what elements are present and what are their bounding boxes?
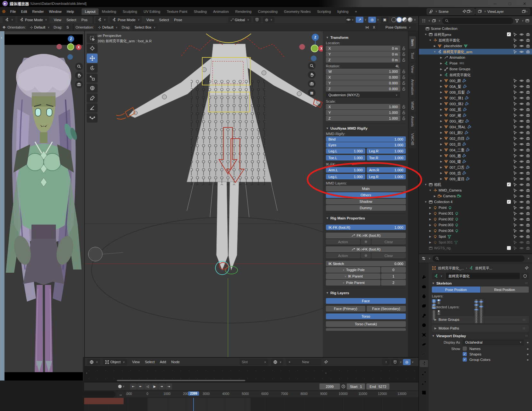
transport-button[interactable]: ▶ [151, 383, 158, 390]
proportional-edit-dropdown[interactable]: ◎∨ [263, 17, 275, 23]
hide-eye-icon[interactable] [519, 142, 524, 146]
rotation-field[interactable]: Z0.000 [326, 86, 400, 91]
workspace-tab[interactable]: + [352, 8, 360, 15]
maximize-button[interactable]: □ [502, 0, 517, 7]
mirror-icon[interactable]: ⋈ [365, 25, 369, 30]
object-type-icon[interactable] [444, 131, 448, 135]
object-type-icon[interactable] [444, 148, 448, 152]
insert-keyframe-icon[interactable]: ↑ [382, 359, 390, 365]
layer-toggle[interactable] [437, 303, 441, 304]
object-type-icon[interactable] [433, 235, 437, 239]
collapsed-panel-header[interactable]: ▶Motion Paths [432, 325, 529, 332]
data-badge-icon[interactable] [455, 229, 459, 233]
hide-eye-icon[interactable] [519, 38, 524, 42]
select-arrow-icon[interactable] [513, 102, 517, 106]
hide-eye-icon[interactable] [519, 90, 524, 94]
workspace-tab[interactable]: Texture Paint [163, 8, 190, 15]
object-type-icon[interactable] [444, 107, 448, 112]
disable-render-camera-icon[interactable] [526, 200, 530, 204]
object-type-icon[interactable] [444, 142, 448, 146]
outliner-row[interactable]: ▶ Spot.001 [419, 239, 532, 245]
select-box-tool[interactable] [87, 34, 98, 43]
mmd-slider[interactable]: Toe.L1.000 [326, 155, 365, 160]
select-arrow-icon[interactable] [513, 44, 517, 48]
viewlayer-selector[interactable]: ∨ ViewLayer × [475, 8, 530, 15]
viewport-menu-item[interactable]: Select [64, 17, 79, 23]
mmd-layer-button[interactable]: Shadow [326, 199, 406, 204]
cursor-tool[interactable] [87, 44, 98, 53]
workspace-tab[interactable]: Scripting [314, 8, 334, 15]
hide-eye-icon[interactable] [519, 177, 524, 181]
properties-tab[interactable] [420, 312, 428, 319]
select-arrow-icon[interactable] [513, 136, 517, 141]
hide-eye-icon[interactable] [519, 188, 524, 193]
data-badge-icon[interactable] [455, 223, 459, 227]
modifier-wrench-icon[interactable] [466, 90, 470, 94]
object-type-icon[interactable] [444, 119, 448, 123]
pin-icon[interactable] [324, 360, 328, 364]
outliner-row[interactable]: ▼ 相机 ✓ [419, 182, 532, 187]
autokey-toggle[interactable]: ∨ [118, 385, 125, 388]
new-material-button[interactable]: +New [286, 359, 321, 365]
transport-button[interactable]: ⇥ [165, 383, 172, 390]
rotation-field[interactable]: Y0.000 [326, 80, 400, 86]
left-gizmo-y-axis[interactable] [67, 43, 74, 50]
minimize-button[interactable]: ─ [488, 0, 502, 7]
outliner-row[interactable]: ▶ 008_齿 [419, 170, 532, 176]
editor-type-button[interactable]: ∨ [87, 359, 100, 365]
rig-layer-button[interactable]: Torso (Tweak) [326, 321, 406, 327]
outliner-row[interactable]: ▶ Spot [419, 234, 532, 239]
mmd-slider[interactable]: Toe.R1.000 [367, 155, 406, 160]
object-type-icon[interactable] [444, 79, 448, 83]
transform-tool[interactable] [87, 83, 98, 93]
modifier-wrench-icon[interactable] [462, 113, 467, 117]
hide-eye-icon[interactable] [519, 50, 524, 54]
modifier-wrench-icon[interactable] [462, 154, 466, 158]
properties-search-input[interactable] [432, 255, 525, 262]
drag-dropdown[interactable]: Select Box∨ [132, 24, 158, 30]
disable-render-camera-icon[interactable] [526, 188, 530, 193]
object-type-icon[interactable] [433, 206, 437, 210]
data-badge-icon[interactable] [447, 235, 451, 239]
hide-eye-icon[interactable] [519, 131, 524, 135]
hide-eye-icon[interactable] [519, 206, 524, 210]
outliner-row[interactable]: ▼ 丝柯克pmx ✓ [419, 31, 532, 37]
scale-field[interactable]: X1.000 [326, 104, 400, 109]
disable-render-camera-icon[interactable] [526, 165, 530, 169]
armature-icon[interactable] [469, 266, 473, 270]
disable-render-camera-icon[interactable] [526, 240, 530, 244]
ikfk-footr-slider[interactable]: IK-FK (foot.R)1.000 [326, 225, 406, 230]
hide-eye-icon[interactable] [519, 84, 524, 89]
collection-checkbox[interactable]: ✓ [507, 183, 511, 186]
object-type-icon[interactable] [429, 183, 433, 187]
scale-tool[interactable] [87, 73, 98, 83]
outliner-row[interactable]: ▶ 丝柯克平面化 [419, 72, 532, 78]
mode-dropdown[interactable]: Pose Mode∨ [110, 17, 142, 23]
select-arrow-icon[interactable] [513, 159, 517, 164]
select-arrow-icon[interactable] [513, 148, 517, 152]
armature-name-field[interactable]: 丝柯克平面化 [446, 273, 520, 279]
rig-layer-button[interactable]: Torso [326, 313, 406, 319]
properties-tab[interactable] [420, 302, 428, 309]
object-type-icon[interactable] [444, 165, 448, 169]
modifier-wrench-icon[interactable] [466, 177, 470, 181]
data-badge-icon[interactable] [454, 240, 458, 244]
object-type-icon[interactable] [433, 229, 437, 233]
mmd-slider[interactable]: Leg.R1.000 [367, 148, 406, 154]
pin-icon[interactable] [525, 266, 529, 270]
hide-eye-icon[interactable] [519, 194, 524, 198]
main-3d-viewport[interactable]: User Perspective (2399) 丝柯克平面化_arm : foo… [84, 31, 418, 357]
armature-selector[interactable]: ∨ [432, 273, 445, 279]
disable-render-camera-icon[interactable] [526, 148, 530, 152]
left-gizmo-x-axis[interactable]: X [76, 44, 82, 50]
node-graph-area[interactable]: › ‹ [85, 366, 418, 382]
expand-filter-icon[interactable]: ↔ [117, 391, 125, 398]
select-arrow-icon[interactable] [513, 84, 517, 89]
select-arrow-icon[interactable] [513, 246, 517, 250]
rig-layer-button[interactable]: Face (Primary) [326, 306, 365, 312]
object-type-icon[interactable] [433, 38, 437, 42]
outliner-row[interactable]: ▶ 00H_饰AL [419, 124, 532, 130]
left-gizmo-negz-axis[interactable] [67, 54, 73, 60]
workspace-tab[interactable]: Rendering [232, 8, 255, 15]
measure-tool[interactable] [87, 103, 98, 113]
